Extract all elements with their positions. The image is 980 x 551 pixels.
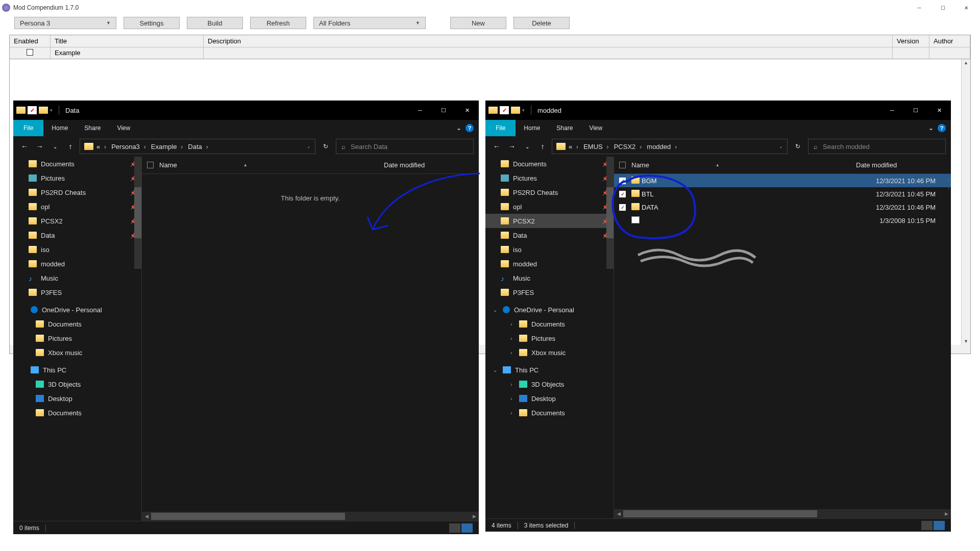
sidebar-item[interactable]: iso <box>485 242 614 257</box>
tab-home[interactable]: Home <box>516 120 548 136</box>
address-bar[interactable]: « EMUS PCSX2 modded ⌄ <box>552 139 788 154</box>
tab-home[interactable]: Home <box>43 120 76 136</box>
maximize-button[interactable]: ☐ <box>904 101 927 120</box>
col-description[interactable]: Description <box>204 35 893 47</box>
minimize-button[interactable]: ─ <box>408 101 432 120</box>
sidebar-item[interactable]: ♪Music <box>13 271 141 285</box>
minimize-button[interactable]: ─ <box>880 101 904 120</box>
recent-locations-icon[interactable]: ⌄ <box>49 140 61 153</box>
back-button[interactable]: ← <box>18 140 31 153</box>
recent-locations-icon[interactable]: ⌄ <box>521 140 533 153</box>
col-title[interactable]: Title <box>51 35 204 47</box>
sidebar-item[interactable]: Pictures📌 <box>13 171 141 185</box>
file-row[interactable]: ✓DATA12/3/2021 10:46 PM <box>614 201 951 214</box>
game-dropdown[interactable]: Persona 3▼ <box>14 17 116 29</box>
search-input[interactable]: ⌕ Search modded <box>808 139 946 154</box>
sidebar-onedrive[interactable]: OneDrive - Personal <box>13 303 141 317</box>
forward-button[interactable]: → <box>506 140 518 153</box>
settings-button[interactable]: Settings <box>124 17 180 29</box>
refresh-icon[interactable]: ↻ <box>318 139 333 154</box>
sidebar-onedrive[interactable]: ⌄OneDrive - Personal <box>485 303 614 317</box>
close-button[interactable]: ✕ <box>927 101 951 120</box>
folder-dropdown[interactable]: All Folders▼ <box>313 17 426 29</box>
file-row[interactable]: ✓BGM12/3/2021 10:46 PM <box>614 174 951 187</box>
tab-file[interactable]: File <box>485 120 516 136</box>
row-checkbox[interactable]: ✓ <box>619 178 626 184</box>
build-button[interactable]: Build <box>187 17 243 29</box>
sidebar-item[interactable]: P3FES <box>485 285 614 299</box>
forward-button[interactable]: → <box>34 140 46 153</box>
sidebar-item[interactable]: modded <box>485 257 614 271</box>
file-list[interactable]: Name▲ Date modified This folder is empty… <box>142 157 479 521</box>
sidebar-item[interactable]: Xbox music <box>13 345 141 360</box>
chevron-down-icon[interactable]: ⌄ <box>779 144 783 149</box>
sidebar-item[interactable]: ›3D Objects <box>485 377 614 391</box>
close-button[interactable]: ✕ <box>455 101 479 120</box>
sidebar-item[interactable]: ›Documents <box>485 317 614 331</box>
mc-titlebar[interactable]: Mod Compendium 1.7.0 ─ ☐ ✕ <box>0 0 980 15</box>
sidebar-item[interactable]: modded <box>13 257 141 271</box>
row-checkbox[interactable]: ✓ <box>619 191 626 197</box>
sidebar-item[interactable]: iso <box>13 242 141 257</box>
sidebar[interactable]: Documents📌Pictures📌PS2RD Cheats📌opl📌PCSX… <box>485 157 614 518</box>
sidebar-item[interactable]: Pictures <box>13 331 141 345</box>
address-bar[interactable]: « Persona3 Example Data ⌄ <box>80 139 315 154</box>
sidebar-item[interactable]: ♪Music <box>485 271 614 285</box>
sidebar-item[interactable]: 3D Objects <box>13 377 141 391</box>
qat-icon[interactable]: ✓ <box>500 106 509 114</box>
scroll-right-icon[interactable]: ▶ <box>470 514 479 519</box>
sidebar-thispc[interactable]: ⌄This PC <box>485 363 614 377</box>
delete-button[interactable]: Delete <box>513 17 570 29</box>
sidebar[interactable]: Documents📌Pictures📌PS2RD Cheats📌opl📌PCSX… <box>13 157 142 521</box>
enabled-checkbox[interactable] <box>27 49 33 56</box>
help-icon[interactable]: ? <box>465 124 474 132</box>
up-button[interactable]: ↑ <box>536 140 549 153</box>
sidebar-item[interactable]: Data📌 <box>13 228 141 242</box>
sidebar-item[interactable]: PCSX2📌 <box>485 214 614 228</box>
refresh-button[interactable]: Refresh <box>250 17 306 29</box>
view-thumbnails-icon[interactable] <box>461 523 473 533</box>
chevron-down-icon[interactable]: ⌄ <box>307 144 311 149</box>
sidebar-item[interactable]: Data📌 <box>485 228 614 242</box>
maximize-button[interactable]: ☐ <box>432 101 455 120</box>
sidebar-item[interactable]: ›Documents <box>485 406 614 420</box>
search-input[interactable]: ⌕ Search Data <box>336 139 474 154</box>
sidebar-item[interactable]: PCSX2📌 <box>13 214 141 228</box>
minimize-button[interactable]: ─ <box>908 0 931 15</box>
select-all-checkbox[interactable] <box>147 162 154 168</box>
file-row[interactable]: 1/3/2008 10:15 PM <box>614 214 951 227</box>
scroll-left-icon[interactable]: ◀ <box>142 514 151 519</box>
col-version[interactable]: Version <box>893 35 929 47</box>
ex2-titlebar[interactable]: ✓ ▾ modded ─ ☐ ✕ <box>485 101 951 120</box>
col-enabled[interactable]: Enabled <box>10 35 51 47</box>
tab-file[interactable]: File <box>13 120 43 136</box>
sidebar-item[interactable]: opl📌 <box>485 199 614 214</box>
view-details-icon[interactable] <box>449 523 460 533</box>
mod-row[interactable]: Example <box>10 47 970 59</box>
col-name[interactable]: Name <box>159 161 177 169</box>
sidebar-item[interactable]: PS2RD Cheats📌 <box>13 185 141 199</box>
close-button[interactable]: ✕ <box>954 0 978 15</box>
ribbon-collapse-icon[interactable]: ⌄ <box>928 124 934 132</box>
sidebar-item[interactable]: Documents <box>13 317 141 331</box>
view-thumbnails-icon[interactable] <box>934 521 945 530</box>
view-details-icon[interactable] <box>921 521 933 530</box>
sidebar-item[interactable]: Desktop <box>13 391 141 406</box>
select-all-checkbox[interactable] <box>619 162 626 168</box>
row-checkbox[interactable]: ✓ <box>619 204 626 211</box>
file-row[interactable]: ✓BTL12/3/2021 10:45 PM <box>614 187 951 201</box>
up-button[interactable]: ↑ <box>64 140 77 153</box>
refresh-icon[interactable]: ↻ <box>791 139 805 154</box>
tab-share[interactable]: Share <box>548 120 581 136</box>
maximize-button[interactable]: ☐ <box>931 0 954 15</box>
tab-share[interactable]: Share <box>76 120 109 136</box>
vertical-scrollbar[interactable] <box>961 59 970 345</box>
col-date[interactable]: Date modified <box>851 161 951 169</box>
ex1-titlebar[interactable]: ✓ ▾ Data ─ ☐ ✕ <box>13 101 479 120</box>
col-author[interactable]: Author <box>929 35 970 47</box>
col-name[interactable]: Name <box>631 161 649 169</box>
help-icon[interactable]: ? <box>938 124 946 132</box>
sidebar-item[interactable]: opl📌 <box>13 199 141 214</box>
back-button[interactable]: ← <box>491 140 503 153</box>
new-button[interactable]: New <box>450 17 506 29</box>
